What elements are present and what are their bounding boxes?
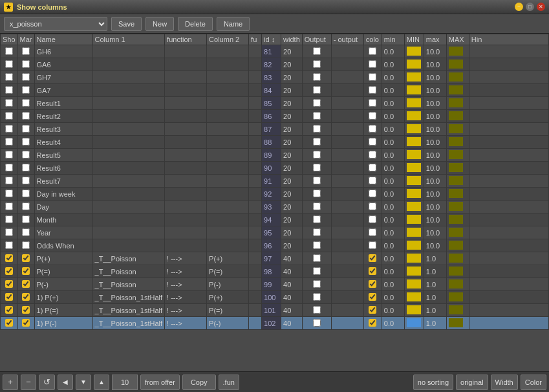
output-cell[interactable]	[302, 201, 331, 213]
mark-cell[interactable]	[17, 201, 34, 213]
from-offer-button[interactable]: from offer	[140, 375, 180, 390]
show-cell[interactable]	[1, 188, 18, 201]
width-button[interactable]: Width	[491, 375, 518, 390]
output-cell[interactable]	[302, 45, 331, 58]
show-cell[interactable]	[1, 213, 18, 226]
output-cell[interactable]	[302, 265, 331, 278]
show-cell[interactable]	[1, 123, 18, 136]
color-cell[interactable]	[363, 239, 382, 252]
color-cell[interactable]	[363, 97, 382, 110]
mark-cell[interactable]	[17, 149, 34, 162]
show-cell[interactable]	[1, 304, 18, 317]
color-cell[interactable]	[363, 136, 382, 149]
mark-cell[interactable]	[17, 45, 34, 58]
mark-cell[interactable]	[17, 278, 34, 291]
color-cell[interactable]	[363, 149, 382, 162]
color-cell[interactable]	[363, 252, 382, 265]
show-cell[interactable]	[1, 252, 18, 265]
add-button[interactable]: +	[3, 375, 18, 390]
mark-cell[interactable]	[17, 110, 34, 123]
mark-cell[interactable]	[17, 58, 34, 71]
move-down-button[interactable]: ▼	[76, 375, 91, 390]
show-cell[interactable]	[1, 97, 18, 110]
color-cell[interactable]	[363, 175, 382, 188]
mark-cell[interactable]	[17, 226, 34, 239]
mark-cell[interactable]	[17, 71, 34, 84]
refresh-button[interactable]: ↺	[39, 375, 55, 390]
remove-button[interactable]: −	[21, 375, 36, 390]
color-cell[interactable]	[363, 317, 382, 330]
color-cell[interactable]	[363, 188, 382, 201]
new-button[interactable]: New	[145, 17, 174, 31]
show-cell[interactable]	[1, 136, 18, 149]
mark-cell[interactable]	[17, 188, 34, 201]
mark-cell[interactable]	[17, 136, 34, 149]
color-cell[interactable]	[363, 58, 382, 71]
color-cell[interactable]	[363, 71, 382, 84]
num-input[interactable]	[112, 375, 138, 390]
move-left-button[interactable]: ◀	[58, 375, 73, 390]
color-cell[interactable]	[363, 213, 382, 226]
original-button[interactable]: original	[456, 375, 488, 390]
show-cell[interactable]	[1, 71, 18, 84]
show-cell[interactable]	[1, 278, 18, 291]
mark-cell[interactable]	[17, 162, 34, 175]
color-button[interactable]: Color	[521, 375, 546, 390]
name-button[interactable]: Name	[217, 17, 250, 31]
color-cell[interactable]	[363, 123, 382, 136]
mark-cell[interactable]	[17, 84, 34, 97]
output-cell[interactable]	[302, 317, 331, 330]
profile-dropdown[interactable]: x_poisson	[4, 17, 107, 31]
output-cell[interactable]	[302, 291, 331, 304]
move-up-button[interactable]: ▲	[94, 375, 109, 390]
output-cell[interactable]	[302, 58, 331, 71]
show-cell[interactable]	[1, 226, 18, 239]
mark-cell[interactable]	[17, 213, 34, 226]
sorting-button[interactable]: no sorting	[413, 375, 453, 390]
show-cell[interactable]	[1, 58, 18, 71]
mark-cell[interactable]	[17, 317, 34, 330]
copy-button[interactable]: Copy	[182, 375, 216, 390]
minimize-button[interactable]: −	[515, 3, 523, 11]
color-cell[interactable]	[363, 226, 382, 239]
color-cell[interactable]	[363, 45, 382, 58]
mark-cell[interactable]	[17, 175, 34, 188]
output-cell[interactable]	[302, 84, 331, 97]
output-cell[interactable]	[302, 136, 331, 149]
output-cell[interactable]	[302, 97, 331, 110]
mark-cell[interactable]	[17, 291, 34, 304]
mark-cell[interactable]	[17, 265, 34, 278]
mark-cell[interactable]	[17, 239, 34, 252]
show-cell[interactable]	[1, 110, 18, 123]
output-cell[interactable]	[302, 252, 331, 265]
output-cell[interactable]	[302, 175, 331, 188]
show-cell[interactable]	[1, 45, 18, 58]
show-cell[interactable]	[1, 317, 18, 330]
color-cell[interactable]	[363, 291, 382, 304]
show-cell[interactable]	[1, 149, 18, 162]
mark-cell[interactable]	[17, 304, 34, 317]
color-cell[interactable]	[363, 110, 382, 123]
color-cell[interactable]	[363, 304, 382, 317]
show-cell[interactable]	[1, 239, 18, 252]
show-cell[interactable]	[1, 291, 18, 304]
delete-button[interactable]: Delete	[178, 17, 213, 31]
output-cell[interactable]	[302, 71, 331, 84]
output-cell[interactable]	[302, 304, 331, 317]
output-cell[interactable]	[302, 239, 331, 252]
show-cell[interactable]	[1, 84, 18, 97]
fun-button[interactable]: .fun	[219, 375, 239, 390]
color-cell[interactable]	[363, 201, 382, 213]
output-cell[interactable]	[302, 188, 331, 201]
output-cell[interactable]	[302, 110, 331, 123]
mark-cell[interactable]	[17, 97, 34, 110]
output-cell[interactable]	[302, 162, 331, 175]
show-cell[interactable]	[1, 175, 18, 188]
color-cell[interactable]	[363, 265, 382, 278]
output-cell[interactable]	[302, 278, 331, 291]
output-cell[interactable]	[302, 213, 331, 226]
output-cell[interactable]	[302, 123, 331, 136]
save-button[interactable]: Save	[111, 17, 142, 31]
mark-cell[interactable]	[17, 123, 34, 136]
output-cell[interactable]	[302, 226, 331, 239]
